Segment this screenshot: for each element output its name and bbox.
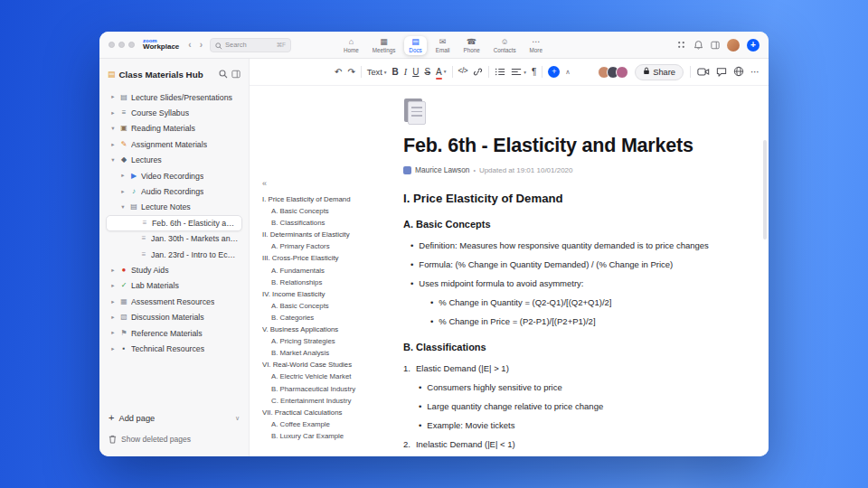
chevron-down-icon[interactable]: ▾ <box>119 204 127 211</box>
sidebar-item[interactable]: ▸▧Discussion Materials <box>106 309 242 324</box>
chevron-right-icon[interactable]: ▸ <box>109 346 117 352</box>
sidebar-search-button[interactable] <box>219 66 228 82</box>
sidebar-item[interactable]: ▸⚑Reference Materials <box>106 325 242 341</box>
sidebar-item[interactable]: ▸▦Assessment Resources <box>106 294 242 309</box>
chevron-right-icon[interactable]: ▸ <box>109 299 117 305</box>
chevron-right-icon[interactable]: ▸ <box>109 330 117 336</box>
outline-item[interactable]: A. Primary Factors <box>262 240 400 252</box>
link-button[interactable] <box>473 64 483 80</box>
tab-home[interactable]: ⌂Home <box>339 36 363 55</box>
outline-item[interactable]: II. Determinants of Elasticity <box>262 229 400 240</box>
new-button[interactable]: + <box>747 39 760 52</box>
tab-meetings[interactable]: ▦Meetings <box>368 36 401 55</box>
zoom-button[interactable] <box>128 42 135 48</box>
sidebar-item[interactable]: ▸✓Lab Materials <box>106 278 242 294</box>
chevron-right-icon[interactable]: ▸ <box>109 314 117 321</box>
sidebar-item[interactable]: ≡Jan. 30th - Markets and P... <box>106 231 242 247</box>
camera-button[interactable] <box>697 64 710 80</box>
scrollbar[interactable] <box>763 140 767 239</box>
outline-collapse-button[interactable]: « <box>262 180 400 188</box>
text-style-dropdown[interactable]: Text▾ <box>367 68 387 77</box>
chevron-right-icon[interactable]: ▸ <box>109 110 117 117</box>
outline-item[interactable]: B. Pharmaceutical Industry <box>262 383 400 395</box>
outline-item[interactable]: B. Relationships <box>262 277 400 288</box>
outline-item[interactable]: VI. Real-World Case Studies <box>262 359 400 371</box>
sidebar-item[interactable]: ▾▤Lecture Notes <box>106 200 242 215</box>
add-page-button[interactable]: + Add page ∨ <box>108 413 240 423</box>
outline-item[interactable]: C. Entertainment Industry <box>262 395 400 407</box>
outline-item[interactable]: A. Coffee Example <box>262 418 400 430</box>
show-deleted-button[interactable]: Show deleted pages <box>108 431 240 447</box>
close-button[interactable] <box>108 42 115 48</box>
outline-item[interactable]: A. Basic Concepts <box>262 205 400 217</box>
apps-button[interactable] <box>676 40 686 50</box>
outline-item[interactable]: A. Pricing Strategies <box>262 335 400 347</box>
chevron-right-icon[interactable]: ▸ <box>109 267 117 274</box>
more-button[interactable]: ⋯ <box>750 68 760 77</box>
undo-button[interactable]: ↶ <box>335 68 342 77</box>
outline-item[interactable]: B. Classifications <box>262 217 400 229</box>
code-button[interactable]: </> <box>458 68 468 75</box>
sidebar-item[interactable]: ▾▣Reading Materials <box>106 121 242 136</box>
chevron-right-icon[interactable]: ▸ <box>119 173 127 179</box>
sidebar-item[interactable]: ▸▪Technical Resources <box>106 341 242 356</box>
chevron-right-icon[interactable]: ▸ <box>109 142 117 148</box>
strikethrough-button[interactable]: S <box>424 68 430 77</box>
tab-phone[interactable]: ☎Phone <box>458 36 484 55</box>
sidebar-item[interactable]: ≡Feb. 6th - Elasticity and M... <box>106 215 242 230</box>
bullet-list-button[interactable] <box>495 64 505 80</box>
sidebar-item[interactable]: ▸▤Lecture Slides/Presentations <box>106 89 242 105</box>
language-button[interactable] <box>733 64 744 80</box>
chevron-down-icon[interactable]: ▾ <box>109 157 117 164</box>
outline-item[interactable]: III. Cross-Price Elasticity <box>262 252 400 264</box>
forward-button[interactable]: › <box>199 40 203 50</box>
sidebar-item[interactable]: ▾◆Lectures <box>106 153 242 168</box>
chevron-right-icon[interactable]: ▸ <box>109 94 117 100</box>
outline-item[interactable]: B. Market Analysis <box>262 347 400 359</box>
minimize-button[interactable] <box>118 42 125 48</box>
outline-item[interactable]: V. Business Applications <box>262 324 400 335</box>
bold-button[interactable]: B <box>392 68 399 77</box>
sidebar-item[interactable]: ▸♪Audio Recordings <box>106 183 242 199</box>
outline-item[interactable]: I. Price Elasticity of Demand <box>262 193 400 205</box>
sidebar-item[interactable]: ≡Jan. 23rd - Intro to Econo... <box>106 247 242 262</box>
outline-item[interactable]: IV. Income Elasticity <box>262 288 400 300</box>
insert-button[interactable]: + <box>548 66 560 78</box>
outline-item[interactable]: VII. Practical Calculations <box>262 407 400 418</box>
comment-button[interactable] <box>716 64 727 80</box>
chevron-down-icon[interactable]: ∨ <box>235 415 240 422</box>
collapse-toolbar-button[interactable]: ∧ <box>565 69 571 76</box>
panel-toggle-button[interactable] <box>711 41 720 50</box>
outline-item[interactable]: B. Categories <box>262 312 400 324</box>
sidebar-item[interactable]: ▸✎Assignment Materials <box>106 136 242 152</box>
chevron-right-icon[interactable]: ▸ <box>119 189 127 195</box>
global-search[interactable]: Search ⌘F <box>210 38 291 52</box>
collaborator-avatar[interactable] <box>616 66 628 79</box>
italic-button[interactable]: I <box>404 68 407 77</box>
tab-label: More <box>530 47 542 53</box>
sidebar-item[interactable]: ▸≡Course Syllabus <box>106 105 242 120</box>
chevron-down-icon[interactable]: ▾ <box>109 126 117 132</box>
user-avatar[interactable] <box>727 39 740 52</box>
chevron-right-icon[interactable]: ▸ <box>109 283 117 289</box>
outline-item[interactable]: B. Luxury Car Example <box>262 430 400 442</box>
outline-item[interactable]: A. Basic Concepts <box>262 300 400 312</box>
align-button[interactable]: ▾ <box>511 67 526 77</box>
doc-title[interactable]: Feb. 6th - Elasticity and Markets <box>403 135 765 157</box>
back-button[interactable]: ‹ <box>187 40 192 50</box>
text-color-button[interactable]: A▾ <box>436 68 446 77</box>
sidebar-panel-button[interactable] <box>231 66 241 82</box>
tab-docs[interactable]: ▤Docs <box>404 36 426 55</box>
tab-contacts[interactable]: ☺Contacts <box>489 36 521 55</box>
tab-email[interactable]: ✉Email <box>431 36 455 55</box>
underline-button[interactable]: U <box>412 68 419 77</box>
tab-more[interactable]: ⋯More <box>525 36 547 55</box>
outline-item[interactable]: A. Electric Vehicle Market <box>262 371 400 382</box>
share-button[interactable]: Share <box>635 64 684 80</box>
notifications-button[interactable] <box>693 40 703 50</box>
sidebar-item[interactable]: ▸●Study Aids <box>106 262 242 277</box>
sidebar-item[interactable]: ▸▶Video Recordings <box>106 168 242 183</box>
outline-item[interactable]: A. Fundamentals <box>262 265 400 277</box>
redo-button[interactable]: ↷ <box>347 68 354 77</box>
paragraph-button[interactable]: ¶ <box>532 68 536 77</box>
